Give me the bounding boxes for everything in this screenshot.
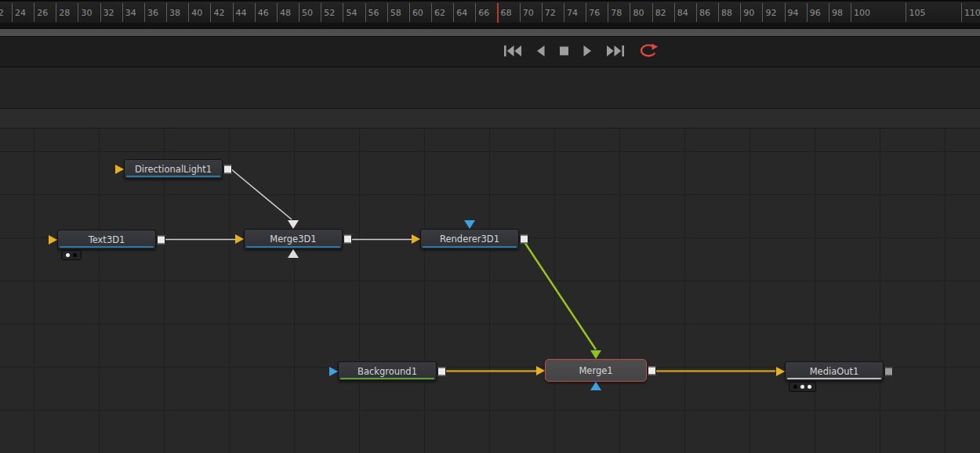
ruler-tick <box>453 3 454 22</box>
playhead[interactable] <box>497 3 499 23</box>
node-indicator-dots[interactable] <box>789 382 816 392</box>
ruler-tick <box>586 3 586 22</box>
node-input-arrow[interactable] <box>115 165 124 174</box>
node-type-underline <box>126 176 220 177</box>
node-editor-header <box>0 109 980 128</box>
ruler-tick <box>409 3 410 22</box>
ruler-frame-label: 82 <box>655 8 666 18</box>
node-renderer3d1[interactable]: Renderer3D1 <box>420 229 519 249</box>
ruler-frame-label: 52 <box>324 8 335 18</box>
node-merge3d1[interactable]: Merge3D1 <box>244 229 343 249</box>
node-output-square[interactable] <box>437 367 446 375</box>
ruler-tick <box>144 3 145 22</box>
node-input-arrow[interactable] <box>235 234 244 244</box>
ruler-tick <box>520 3 521 22</box>
node-input-arrow[interactable] <box>412 234 420 244</box>
node-type-underline <box>787 378 881 379</box>
ruler-tick <box>961 3 962 22</box>
ruler-frame-label: 92 <box>765 8 776 18</box>
node-type-underline <box>246 246 340 248</box>
play-icon <box>583 45 593 60</box>
ruler-frame-label: 34 <box>125 8 136 18</box>
ruler-frame-label: 100 <box>854 8 870 18</box>
node-directionallight1[interactable]: DirectionalLight1 <box>124 159 223 179</box>
node-label: Merge3D1 <box>270 234 316 245</box>
ruler-frame-label: 40 <box>191 8 202 18</box>
ruler-frame-label: 98 <box>832 8 843 18</box>
node-merge1[interactable]: Merge1 <box>545 359 647 382</box>
ruler-tick <box>718 3 719 22</box>
ruler-frame-label: 62 <box>434 8 445 18</box>
ruler-frame-label: 60 <box>412 8 423 18</box>
node-top-input-arrow[interactable] <box>288 220 299 229</box>
node-bottom-input-arrow[interactable] <box>288 249 299 258</box>
ruler-tick <box>100 3 101 22</box>
ruler-frame-label: 26 <box>37 8 48 18</box>
node-label: Merge1 <box>579 365 612 376</box>
indicator-dot <box>66 253 70 257</box>
node-output-square[interactable] <box>157 235 165 244</box>
play-reverse-icon <box>535 45 546 60</box>
ruler-frame-label: 42 <box>213 8 224 18</box>
node-output-square[interactable] <box>520 235 528 244</box>
indicator-dot <box>808 385 811 389</box>
node-label: MediaOut1 <box>810 366 859 377</box>
node-output-square[interactable] <box>343 235 352 244</box>
play-forward-button[interactable] <box>581 43 594 61</box>
ruler-frame-label: 76 <box>589 8 600 18</box>
transport-bar <box>0 37 980 67</box>
ruler-frame-label: 48 <box>280 8 291 18</box>
node-output-square[interactable] <box>648 366 656 375</box>
ruler-tick <box>387 3 388 22</box>
node-top-input-arrow[interactable] <box>590 350 601 359</box>
node-toolbar: TT <box>0 67 980 109</box>
loop-button[interactable] <box>637 42 660 62</box>
ruler-tick <box>674 3 675 22</box>
ruler-frame-label: 28 <box>59 8 70 18</box>
ruler-frame-label: 88 <box>721 8 732 18</box>
node-label: Background1 <box>358 366 417 377</box>
node-mediaout1[interactable]: MediaOut1 <box>785 361 884 381</box>
node-input-arrow[interactable] <box>49 235 57 245</box>
stop-button[interactable] <box>557 43 571 61</box>
goto-first-button[interactable] <box>502 43 524 61</box>
node-background1[interactable]: Background1 <box>338 361 437 381</box>
ruler-tick <box>34 3 34 22</box>
node-text3d1[interactable]: Text3D1 <box>57 230 156 249</box>
ruler-tick <box>652 3 653 22</box>
node-output-square[interactable] <box>884 367 893 375</box>
ruler-frame-label: 80 <box>633 8 644 18</box>
ruler-tick <box>78 3 78 22</box>
ruler-tick <box>56 3 56 22</box>
node-input-arrow[interactable] <box>329 367 338 376</box>
node-type-underline <box>423 246 517 248</box>
ruler-tick <box>542 3 543 22</box>
node-input-arrow[interactable] <box>776 367 785 376</box>
horizontal-scrollbar[interactable] <box>0 28 980 37</box>
indicator-dot <box>73 253 77 257</box>
play-reverse-button[interactable] <box>534 43 547 61</box>
node-top-input-arrow[interactable] <box>464 220 475 229</box>
ruler-tick <box>630 3 630 22</box>
skip-start-icon <box>503 45 522 60</box>
ruler-frame-label: 68 <box>501 8 512 18</box>
ruler-frame-label: 84 <box>677 8 688 18</box>
ruler-tick <box>188 3 189 22</box>
node-indicator-dots[interactable] <box>61 250 82 260</box>
node-label: Renderer3D1 <box>440 234 499 245</box>
node-output-square[interactable] <box>223 165 232 173</box>
ruler-frame-label: 44 <box>236 8 247 18</box>
goto-last-button[interactable] <box>604 43 626 61</box>
node-bottom-input-arrow[interactable] <box>590 382 601 390</box>
ruler-frame-label: 74 <box>567 8 578 18</box>
ruler-frame-label: 66 <box>478 8 489 18</box>
node-input-arrow[interactable] <box>536 366 545 375</box>
ruler-frame-label: 78 <box>611 8 622 18</box>
time-ruler[interactable]: 2224262830323436384042444648505254565860… <box>0 0 980 23</box>
ruler-frame-label: 86 <box>699 8 710 18</box>
node-label: DirectionalLight1 <box>135 164 212 175</box>
ruler-frame-label: 36 <box>147 8 158 18</box>
ruler-tick <box>321 3 321 22</box>
ruler-frame-label: 30 <box>81 8 92 18</box>
ruler-frame-label: 64 <box>456 8 467 18</box>
